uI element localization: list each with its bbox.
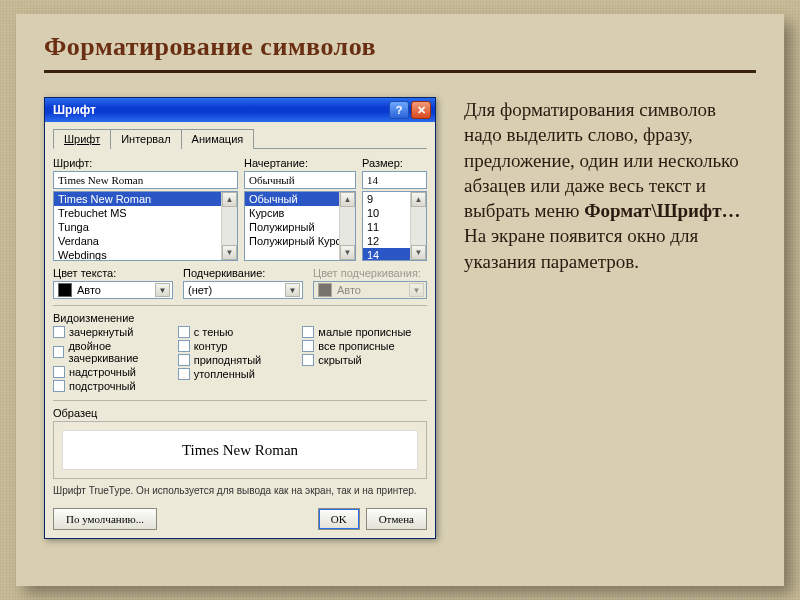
effect-checkbox[interactable]: утопленный (178, 368, 303, 380)
tab-animation[interactable]: Анимация (181, 129, 255, 149)
sample-text: Times New Roman (62, 430, 418, 470)
color-swatch-icon (58, 283, 72, 297)
effect-checkbox[interactable]: контур (178, 340, 303, 352)
help-button[interactable]: ? (389, 101, 409, 119)
divider (53, 305, 427, 306)
label-text-color: Цвет текста: (53, 267, 173, 279)
slide-body: Для форматирования символов надо выделит… (464, 97, 756, 539)
scroll-down-icon[interactable]: ▼ (411, 245, 426, 260)
effect-checkbox[interactable]: все прописные (302, 340, 427, 352)
sample-label: Образец (53, 407, 427, 419)
slide-title: Форматирование символов (44, 32, 756, 72)
label-font: Шрифт: (53, 157, 238, 169)
slide: Форматирование символов Шрифт ? ✕ Шрифт … (16, 14, 784, 586)
body-text-bold: Формат\Шрифт… (584, 200, 740, 221)
tab-spacing[interactable]: Интервал (110, 129, 181, 149)
effect-checkbox[interactable]: с тенью (178, 326, 303, 338)
font-option[interactable]: Webdings (54, 248, 237, 261)
scroll-up-icon[interactable]: ▲ (411, 192, 426, 207)
dialog-titlebar[interactable]: Шрифт ? ✕ (45, 98, 435, 122)
effect-checkbox[interactable]: малые прописные (302, 326, 427, 338)
tab-font[interactable]: Шрифт (53, 129, 111, 149)
font-option[interactable]: Verdana (54, 234, 237, 248)
divider (53, 400, 427, 401)
chevron-down-icon: ▼ (155, 283, 170, 297)
label-underline: Подчеркивание: (183, 267, 303, 279)
chevron-down-icon: ▼ (409, 283, 424, 297)
font-listbox[interactable]: Times New Roman Trebuchet MS Tunga Verda… (53, 191, 238, 261)
font-option[interactable]: Times New Roman (54, 192, 237, 206)
size-input[interactable] (362, 171, 427, 189)
effect-checkbox[interactable]: подстрочный (53, 380, 178, 392)
style-input[interactable] (244, 171, 356, 189)
font-option[interactable]: Tunga (54, 220, 237, 234)
effect-checkbox[interactable]: надстрочный (53, 366, 178, 378)
default-button[interactable]: По умолчанию... (53, 508, 157, 530)
tab-strip: Шрифт Интервал Анимация (53, 128, 427, 149)
font-option[interactable]: Trebuchet MS (54, 206, 237, 220)
font-hint: Шрифт TrueType. Он используется для выво… (53, 485, 427, 498)
effect-checkbox[interactable]: скрытый (302, 354, 427, 366)
font-input[interactable] (53, 171, 238, 189)
body-text-suffix: На экране появится окно для указания пар… (464, 225, 698, 271)
scroll-down-icon[interactable]: ▼ (222, 245, 237, 260)
sample-preview: Times New Roman (53, 421, 427, 479)
title-rule (44, 70, 756, 73)
scrollbar[interactable]: ▲ ▼ (221, 192, 237, 260)
text-color-select[interactable]: Авто ▼ (53, 281, 173, 299)
underline-color-select: Авто ▼ (313, 281, 427, 299)
effect-checkbox[interactable]: приподнятый (178, 354, 303, 366)
effects-label: Видоизменение (53, 312, 427, 324)
chevron-down-icon: ▼ (285, 283, 300, 297)
scrollbar[interactable]: ▲ ▼ (339, 192, 355, 260)
font-dialog: Шрифт ? ✕ Шрифт Интервал Анимация Шрифт: (44, 97, 436, 539)
slide-content: Шрифт ? ✕ Шрифт Интервал Анимация Шрифт: (44, 97, 756, 539)
underline-color-value: Авто (337, 284, 361, 296)
underline-value: (нет) (188, 284, 212, 296)
scroll-up-icon[interactable]: ▲ (340, 192, 355, 207)
dialog-title: Шрифт (53, 103, 96, 117)
label-style: Начертание: (244, 157, 356, 169)
dialog-body: Шрифт Интервал Анимация Шрифт: Times New… (45, 122, 435, 538)
label-size: Размер: (362, 157, 427, 169)
ok-button[interactable]: OK (318, 508, 360, 530)
label-underline-color: Цвет подчеркивания: (313, 267, 427, 279)
effect-checkbox[interactable]: двойное зачеркивание (53, 340, 178, 364)
scroll-down-icon[interactable]: ▼ (340, 245, 355, 260)
effects-grid: зачеркнутый двойное зачеркивание надстро… (53, 326, 427, 392)
effect-checkbox[interactable]: зачеркнутый (53, 326, 178, 338)
style-listbox[interactable]: Обычный Курсив Полужирный Полужирный Кур… (244, 191, 356, 261)
close-button[interactable]: ✕ (411, 101, 431, 119)
text-color-value: Авто (77, 284, 101, 296)
color-swatch-icon (318, 283, 332, 297)
size-listbox[interactable]: 9 10 11 12 14 ▲ ▼ (362, 191, 427, 261)
cancel-button[interactable]: Отмена (366, 508, 427, 530)
scroll-up-icon[interactable]: ▲ (222, 192, 237, 207)
scrollbar[interactable]: ▲ ▼ (410, 192, 426, 260)
underline-select[interactable]: (нет) ▼ (183, 281, 303, 299)
